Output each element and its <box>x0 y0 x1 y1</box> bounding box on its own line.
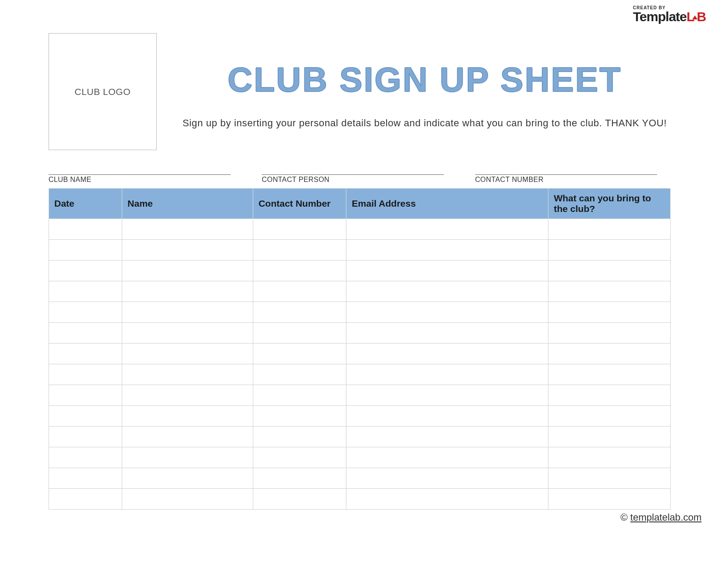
table-row <box>49 364 671 385</box>
table-row <box>49 385 671 406</box>
table-cell <box>548 447 671 468</box>
table-cell <box>122 406 253 427</box>
table-cell <box>49 406 122 427</box>
table-cell <box>122 281 253 302</box>
table-row <box>49 261 671 281</box>
table-row <box>49 447 671 468</box>
info-fields-row: ________________________________________… <box>49 168 671 184</box>
table-row <box>49 468 671 489</box>
table-cell <box>548 219 671 240</box>
table-cell <box>346 427 548 447</box>
table-cell <box>548 344 671 364</box>
header-date: Date <box>49 189 122 219</box>
table-cell <box>548 281 671 302</box>
table-cell <box>548 406 671 427</box>
table-cell <box>346 240 548 261</box>
table-cell <box>49 323 122 344</box>
table-cell <box>49 489 122 510</box>
page-subtitle: Sign up by inserting your personal detai… <box>179 117 671 129</box>
table-cell <box>49 468 122 489</box>
copyright-symbol: © <box>620 512 627 523</box>
table-cell <box>346 489 548 510</box>
header-contact-number: Contact Number <box>253 189 346 219</box>
table-cell <box>548 302 671 323</box>
table-cell <box>346 219 548 240</box>
table-cell <box>122 219 253 240</box>
table-cell <box>122 302 253 323</box>
table-row <box>49 323 671 344</box>
footer-link[interactable]: templatelab.com <box>630 512 702 523</box>
table-cell <box>122 427 253 447</box>
table-row <box>49 302 671 323</box>
title-block: CLUB SIGN UP SHEET Sign up by inserting … <box>179 33 671 129</box>
table-cell <box>253 364 346 385</box>
table-cell <box>346 406 548 427</box>
table-cell <box>346 468 548 489</box>
contact-person-label: CONTACT PERSON <box>262 176 457 184</box>
table-cell <box>548 323 671 344</box>
table-cell <box>49 427 122 447</box>
club-name-label: CLUB NAME <box>49 176 244 184</box>
table-cell <box>122 468 253 489</box>
table-row <box>49 489 671 510</box>
table-row <box>49 219 671 240</box>
table-row <box>49 427 671 447</box>
table-cell <box>253 240 346 261</box>
table-row <box>49 281 671 302</box>
table-cell <box>122 447 253 468</box>
table-cell <box>346 344 548 364</box>
header-bring: What can you bring to the club? <box>548 189 671 219</box>
table-cell <box>49 281 122 302</box>
table-cell <box>253 447 346 468</box>
table-cell <box>346 385 548 406</box>
table-cell <box>49 344 122 364</box>
table-cell <box>49 364 122 385</box>
table-cell <box>548 261 671 281</box>
table-cell <box>49 447 122 468</box>
table-cell <box>49 302 122 323</box>
table-cell <box>122 261 253 281</box>
table-cell <box>253 406 346 427</box>
contact-number-label: CONTACT NUMBER <box>475 176 671 184</box>
table-cell <box>253 468 346 489</box>
table-cell <box>548 489 671 510</box>
table-cell <box>346 261 548 281</box>
table-cell <box>346 364 548 385</box>
table-cell <box>253 489 346 510</box>
club-logo-placeholder: CLUB LOGO <box>49 33 157 150</box>
header-email: Email Address <box>346 189 548 219</box>
table-cell <box>122 364 253 385</box>
table-cell <box>346 302 548 323</box>
header-row: CLUB LOGO CLUB SIGN UP SHEET Sign up by … <box>49 33 671 150</box>
table-cell <box>346 447 548 468</box>
table-cell <box>122 489 253 510</box>
header-name: Name <box>122 189 253 219</box>
table-row <box>49 406 671 427</box>
brand-logo: CREATED BY TemplateLB <box>633 5 706 24</box>
table-cell <box>548 427 671 447</box>
table-cell <box>49 385 122 406</box>
table-cell <box>122 240 253 261</box>
signup-table: Date Name Contact Number Email Address W… <box>49 188 671 510</box>
brand-name: TemplateLB <box>633 9 706 24</box>
table-cell <box>253 323 346 344</box>
table-cell <box>49 261 122 281</box>
contact-person-field: ________________________________________… <box>262 168 457 184</box>
table-row <box>49 344 671 364</box>
club-name-field: ________________________________________… <box>49 168 244 184</box>
table-cell <box>253 344 346 364</box>
table-header-row: Date Name Contact Number Email Address W… <box>49 189 671 219</box>
table-cell <box>122 385 253 406</box>
table-cell <box>49 240 122 261</box>
table-cell <box>548 468 671 489</box>
table-cell <box>548 240 671 261</box>
table-cell <box>253 219 346 240</box>
footer: © templatelab.com <box>620 512 702 523</box>
table-cell <box>548 364 671 385</box>
contact-number-field: ________________________________________… <box>475 168 671 184</box>
table-row <box>49 240 671 261</box>
table-cell <box>346 281 548 302</box>
table-cell <box>253 281 346 302</box>
table-cell <box>253 385 346 406</box>
table-cell <box>253 302 346 323</box>
